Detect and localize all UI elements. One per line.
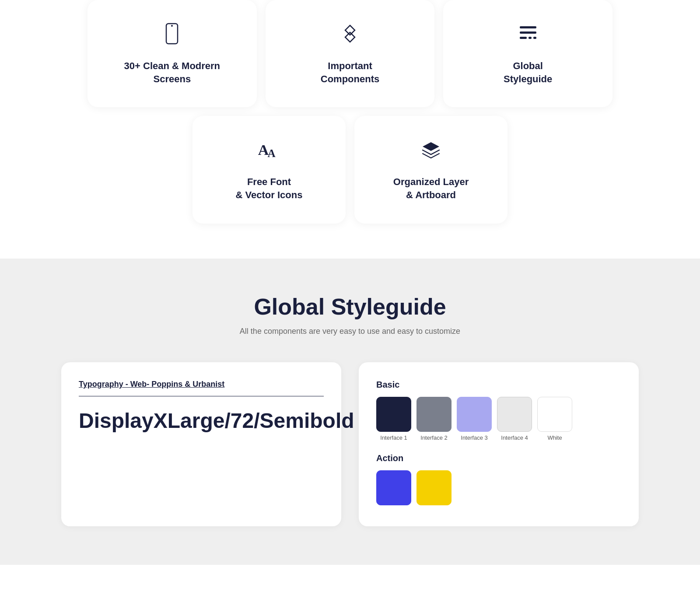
action-swatches <box>376 470 621 505</box>
svg-rect-3 <box>520 32 536 34</box>
basic-label: Basic <box>376 380 621 390</box>
swatch-color-interface4 <box>497 397 532 432</box>
feature-label-layers: Organized Layer& Artboard <box>393 175 469 201</box>
swatch-action-blue <box>376 470 411 505</box>
section-title: Global Styleguide <box>52 294 648 320</box>
swatch-label-interface3: Interface 3 <box>461 434 487 441</box>
colors-card: Basic Interface 1 Interface 2 Interface … <box>359 362 639 526</box>
display-text: DisplayXLarge/72/Semibold <box>79 410 324 433</box>
grid-icon <box>516 22 540 47</box>
swatch-color-action-blue <box>376 470 411 505</box>
swatch-label-interface2: Interface 2 <box>420 434 447 441</box>
swatch-color-action-yellow <box>416 470 452 505</box>
feature-label-fonts: Free Font& Vector Icons <box>236 175 303 201</box>
swatch-color-interface3 <box>457 397 492 432</box>
feature-card-screens: 30+ Clean & Modrern Screens <box>88 0 257 107</box>
swatch-color-white <box>537 397 572 432</box>
swatch-interface1: Interface 1 <box>376 397 411 441</box>
features-row-2: A A Free Font& Vector Icons Organized La… <box>192 116 508 223</box>
svg-rect-2 <box>520 26 536 28</box>
basic-swatches: Interface 1 Interface 2 Interface 3 Inte… <box>376 397 621 441</box>
action-label: Action <box>376 453 621 463</box>
action-group: Action <box>376 453 621 505</box>
features-section: 30+ Clean & Modrern Screens ImportantCom… <box>0 0 700 259</box>
feature-label-screens: 30+ Clean & Modrern Screens <box>105 60 239 85</box>
svg-rect-5 <box>528 37 532 39</box>
feature-card-layers: Organized Layer& Artboard <box>354 116 508 223</box>
feature-label-components: ImportantComponents <box>321 60 379 85</box>
swatch-white: White <box>537 397 572 441</box>
styleguide-section: Global Styleguide All the components are… <box>0 259 700 565</box>
phone-icon <box>160 22 184 47</box>
section-header: Global Styleguide All the components are… <box>52 294 648 336</box>
feature-card-fonts: A A Free Font& Vector Icons <box>192 116 346 223</box>
swatch-color-interface1 <box>376 397 411 432</box>
swatch-interface3: Interface 3 <box>457 397 492 441</box>
svg-rect-6 <box>533 37 536 39</box>
swatch-interface4: Interface 4 <box>497 397 532 441</box>
svg-point-1 <box>171 25 173 27</box>
features-row-1: 30+ Clean & Modrern Screens ImportantCom… <box>88 0 612 107</box>
swatch-label-white: White <box>547 434 562 441</box>
layers-icon <box>419 138 443 163</box>
svg-rect-4 <box>520 37 527 39</box>
typography-header: Typography - Web- Poppins & Urbanist <box>79 380 324 396</box>
swatch-label-interface4: Interface 4 <box>501 434 528 441</box>
swatch-color-interface2 <box>416 397 452 432</box>
swatch-action-yellow <box>416 470 452 505</box>
diamond-icon <box>338 22 362 47</box>
typography-card: Typography - Web- Poppins & Urbanist Dis… <box>61 362 341 526</box>
feature-label-styleguide: GlobalStyleguide <box>504 60 552 85</box>
svg-text:A: A <box>267 147 275 159</box>
swatch-label-interface1: Interface 1 <box>380 434 407 441</box>
feature-card-styleguide: GlobalStyleguide <box>443 0 612 107</box>
swatch-interface2: Interface 2 <box>416 397 452 441</box>
section-subtitle: All the components are very easy to use … <box>52 327 648 336</box>
font-icon: A A <box>257 138 281 163</box>
styleguide-cards: Typography - Web- Poppins & Urbanist Dis… <box>52 362 648 526</box>
feature-card-components: ImportantComponents <box>266 0 435 107</box>
